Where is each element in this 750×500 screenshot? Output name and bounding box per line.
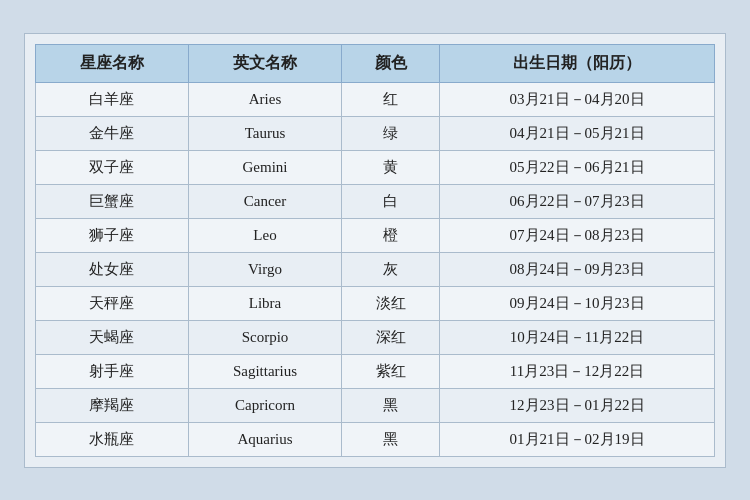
zodiac-table: 星座名称英文名称颜色出生日期（阳历） 白羊座Aries红03月21日－04月20… <box>35 44 715 457</box>
table-cell: Scorpio <box>188 320 341 354</box>
table-cell: 绿 <box>342 116 440 150</box>
zodiac-table-container: 星座名称英文名称颜色出生日期（阳历） 白羊座Aries红03月21日－04月20… <box>24 33 726 468</box>
table-cell: Libra <box>188 286 341 320</box>
table-row: 摩羯座Capricorn黑12月23日－01月22日 <box>36 388 715 422</box>
table-row: 处女座Virgo灰08月24日－09月23日 <box>36 252 715 286</box>
table-cell: Sagittarius <box>188 354 341 388</box>
table-cell: 09月24日－10月23日 <box>440 286 715 320</box>
table-row: 白羊座Aries红03月21日－04月20日 <box>36 82 715 116</box>
table-cell: Aquarius <box>188 422 341 456</box>
table-row: 巨蟹座Cancer白06月22日－07月23日 <box>36 184 715 218</box>
table-header-row: 星座名称英文名称颜色出生日期（阳历） <box>36 44 715 82</box>
table-header-cell: 星座名称 <box>36 44 189 82</box>
table-cell: 摩羯座 <box>36 388 189 422</box>
table-header-cell: 出生日期（阳历） <box>440 44 715 82</box>
table-cell: 12月23日－01月22日 <box>440 388 715 422</box>
table-cell: 03月21日－04月20日 <box>440 82 715 116</box>
table-cell: Taurus <box>188 116 341 150</box>
table-cell: Gemini <box>188 150 341 184</box>
table-cell: Capricorn <box>188 388 341 422</box>
table-cell: 08月24日－09月23日 <box>440 252 715 286</box>
table-body: 白羊座Aries红03月21日－04月20日金牛座Taurus绿04月21日－0… <box>36 82 715 456</box>
table-cell: 04月21日－05月21日 <box>440 116 715 150</box>
table-row: 狮子座Leo橙07月24日－08月23日 <box>36 218 715 252</box>
table-cell: 01月21日－02月19日 <box>440 422 715 456</box>
table-cell: 05月22日－06月21日 <box>440 150 715 184</box>
table-cell: 07月24日－08月23日 <box>440 218 715 252</box>
table-cell: 水瓶座 <box>36 422 189 456</box>
table-row: 双子座Gemini黄05月22日－06月21日 <box>36 150 715 184</box>
table-cell: 双子座 <box>36 150 189 184</box>
table-cell: 巨蟹座 <box>36 184 189 218</box>
table-row: 天秤座Libra淡红09月24日－10月23日 <box>36 286 715 320</box>
table-cell: 天秤座 <box>36 286 189 320</box>
table-cell: 10月24日－11月22日 <box>440 320 715 354</box>
table-cell: 淡红 <box>342 286 440 320</box>
table-cell: 06月22日－07月23日 <box>440 184 715 218</box>
table-cell: 白羊座 <box>36 82 189 116</box>
table-cell: 射手座 <box>36 354 189 388</box>
table-cell: 白 <box>342 184 440 218</box>
table-cell: Cancer <box>188 184 341 218</box>
table-row: 金牛座Taurus绿04月21日－05月21日 <box>36 116 715 150</box>
table-cell: 11月23日－12月22日 <box>440 354 715 388</box>
table-cell: Virgo <box>188 252 341 286</box>
table-cell: 处女座 <box>36 252 189 286</box>
table-row: 射手座Sagittarius紫红11月23日－12月22日 <box>36 354 715 388</box>
table-header-cell: 颜色 <box>342 44 440 82</box>
table-cell: 黑 <box>342 422 440 456</box>
table-cell: Leo <box>188 218 341 252</box>
table-cell: 灰 <box>342 252 440 286</box>
table-cell: Aries <box>188 82 341 116</box>
table-header-cell: 英文名称 <box>188 44 341 82</box>
table-cell: 橙 <box>342 218 440 252</box>
table-cell: 天蝎座 <box>36 320 189 354</box>
table-cell: 狮子座 <box>36 218 189 252</box>
table-cell: 黑 <box>342 388 440 422</box>
table-cell: 金牛座 <box>36 116 189 150</box>
table-row: 天蝎座Scorpio深红10月24日－11月22日 <box>36 320 715 354</box>
table-cell: 深红 <box>342 320 440 354</box>
table-cell: 紫红 <box>342 354 440 388</box>
table-row: 水瓶座Aquarius黑01月21日－02月19日 <box>36 422 715 456</box>
table-cell: 黄 <box>342 150 440 184</box>
table-cell: 红 <box>342 82 440 116</box>
